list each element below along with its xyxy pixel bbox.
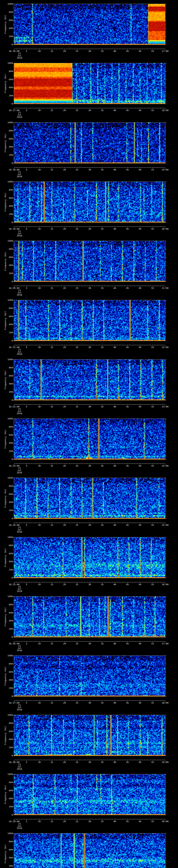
x-tick-mark [105,108,105,108]
y-tick-mark-right [165,44,167,45]
x-tick-mark [120,227,120,227]
x-tick-mark [75,167,75,168]
start-time-label: 16:27:00 [9,702,20,704]
x-tick-mark [135,227,135,227]
end-time-label: 22:00 [162,346,169,349]
x-tick-mark [94,701,95,701]
x-tick-mark [75,819,75,819]
x-tick-label: 5 [26,109,27,112]
x-tick-mark [49,760,50,761]
x-tick-mark [99,819,100,819]
x-tick-mark [72,464,72,464]
x-tick-mark [99,345,100,345]
y-tick-mark-right [165,368,167,368]
y-minor-tick-mark [13,490,14,490]
x-tick-label: 30 [88,583,91,586]
x-tick-label: 5 [26,287,27,289]
spectrogram-panel: 02004006008001000Frequency (Hz)510152025… [0,830,178,868]
x-tick-mark [44,345,44,345]
x-tick-label: 20 [63,109,66,112]
x-tick-mark [72,642,72,642]
x-tick-label: 30 [88,820,91,823]
x-tick-mark [49,108,50,108]
x-tick-label: 20 [63,465,66,467]
x-tick-label: 35 [101,583,103,586]
y-tick-mark-right [165,723,167,723]
x-tick-mark [110,286,110,286]
end-time-label: 30:00 [162,820,169,823]
x-tick-mark [120,523,120,523]
y-tick-label: 200 [9,568,13,571]
y-tick-mark [13,104,14,104]
x-tick-label: 30 [88,406,91,408]
x-tick-mark [82,819,82,819]
y-minor-tick-mark-right [165,337,166,337]
x-tick-label: 20 [63,346,66,349]
spectrogram-panel: 02004006008001000Frequency (Hz)510152025… [0,652,178,711]
spectrogram-heatmap [14,4,165,44]
date-label: 2016 [17,175,22,178]
x-tick-mark [130,819,130,819]
x-tick-label: 45 [126,168,129,171]
x-tick-mark [69,49,70,49]
start-time-label: 16:17:00 [9,109,20,112]
x-tick-label: 35 [101,168,103,171]
y-tick-mark [13,451,14,452]
x-tick-mark [80,345,80,345]
x-tick-label: 50 [139,465,141,467]
y-tick-mark [13,739,14,740]
x-tick-label: 20 [63,643,66,645]
x-tick-mark [94,108,95,108]
x-tick-mark [49,819,50,819]
x-tick-mark [110,49,110,49]
y-tick-label: 400 [9,620,13,622]
x-tick-label: 50 [139,524,141,526]
x-tick-label: 20 [63,583,66,586]
y-minor-tick-mark-right [165,447,166,447]
spectrogram-panel: 02004006008001000Frequency (Hz)510152025… [0,119,178,178]
y-tick-mark-right [165,604,167,605]
x-tick-mark [99,642,100,642]
x-tick-label: 25 [76,643,79,645]
y-tick-mark [13,241,14,241]
y-tick-label: 1000 [7,3,13,5]
y-minor-tick-mark [13,253,14,253]
y-tick-mark-right [165,163,167,163]
x-tick-mark [150,760,150,761]
x-tick-mark [97,167,97,168]
x-tick-mark [112,701,113,701]
x-tick-mark [94,49,95,49]
x-tick-mark [92,227,92,227]
y-tick-mark [13,672,14,672]
y-tick-label: 400 [9,86,13,89]
x-tick-label: 45 [126,820,129,823]
x-tick-mark [80,523,80,523]
x-tick-mark [150,819,150,819]
y-tick-mark [13,459,14,460]
x-tick-label: 25 [76,761,79,764]
x-tick-mark [92,819,92,819]
x-tick-mark [92,286,92,286]
x-tick-mark [75,642,75,642]
end-time-label: 25:00 [162,524,169,526]
x-tick-mark [75,404,75,405]
y-axis-title: Frequency (Hz) [4,192,7,212]
x-tick-mark [130,167,130,168]
y-tick-label: 800 [9,485,13,487]
x-tick-mark [59,701,60,701]
y-tick-label: 800 [9,11,13,13]
spectrogram-panel: 02004006008001000Frequency (Hz)510152025… [0,770,178,830]
x-tick-mark [72,582,72,583]
y-minor-tick-mark [13,609,14,609]
y-axis-title: Frequency (Hz) [4,133,7,152]
x-tick-mark [120,642,120,642]
x-tick-mark [92,108,92,108]
y-minor-tick-mark-right [165,194,166,194]
x-tick-mark [107,167,108,168]
y-minor-tick-mark [13,67,14,67]
y-tick-mark [13,139,14,139]
y-tick-mark [13,815,14,815]
y-tick-mark [13,790,14,791]
x-tick-mark [130,760,130,761]
end-time-label: 23:00 [162,406,169,408]
